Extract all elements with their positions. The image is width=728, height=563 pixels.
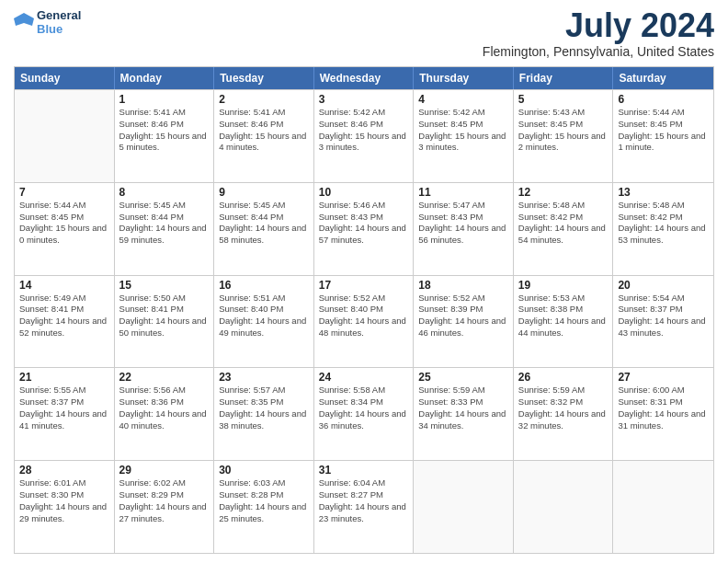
calendar-cell: 13Sunrise: 5:48 AM Sunset: 8:42 PM Dayli… <box>613 183 713 275</box>
day-info: Sunrise: 5:57 AM Sunset: 8:35 PM Dayligh… <box>219 385 309 431</box>
day-info: Sunrise: 5:48 AM Sunset: 8:42 PM Dayligh… <box>618 200 709 247</box>
day-info: Sunrise: 5:44 AM Sunset: 8:45 PM Dayligh… <box>618 107 709 154</box>
day-number: 21 <box>19 371 109 384</box>
day-number: 22 <box>119 371 210 384</box>
calendar-cell: 24Sunrise: 5:58 AM Sunset: 8:34 PM Dayli… <box>314 368 415 460</box>
calendar-cell: 16Sunrise: 5:51 AM Sunset: 8:40 PM Dayli… <box>214 276 314 368</box>
day-number: 29 <box>119 464 210 477</box>
day-info: Sunrise: 5:41 AM Sunset: 8:46 PM Dayligh… <box>119 107 210 154</box>
calendar-cell: 30Sunrise: 6:03 AM Sunset: 8:28 PM Dayli… <box>214 461 314 553</box>
calendar-cell <box>414 461 514 553</box>
day-number: 20 <box>618 279 709 292</box>
calendar-cell: 19Sunrise: 5:53 AM Sunset: 8:38 PM Dayli… <box>514 276 614 368</box>
day-info: Sunrise: 5:52 AM Sunset: 8:40 PM Dayligh… <box>319 293 409 339</box>
day-number: 24 <box>319 371 409 384</box>
day-number: 3 <box>319 93 409 106</box>
header-day-monday: Monday <box>115 67 215 89</box>
calendar-cell: 4Sunrise: 5:42 AM Sunset: 8:45 PM Daylig… <box>414 90 514 182</box>
day-number: 25 <box>418 371 508 384</box>
calendar: SundayMondayTuesdayWednesdayThursdayFrid… <box>14 66 714 554</box>
calendar-cell <box>613 461 713 553</box>
day-info: Sunrise: 6:01 AM Sunset: 8:30 PM Dayligh… <box>19 477 109 524</box>
day-number: 6 <box>618 93 709 106</box>
logo-blue: Blue <box>37 23 81 37</box>
calendar-cell: 1Sunrise: 5:41 AM Sunset: 8:46 PM Daylig… <box>115 90 215 182</box>
day-info: Sunrise: 6:04 AM Sunset: 8:27 PM Dayligh… <box>319 477 409 524</box>
location: Flemington, Pennsylvania, United States <box>483 44 714 59</box>
day-number: 15 <box>119 279 210 292</box>
day-info: Sunrise: 5:45 AM Sunset: 8:44 PM Dayligh… <box>219 200 309 247</box>
calendar-cell <box>514 461 614 553</box>
day-number: 26 <box>518 371 609 384</box>
day-info: Sunrise: 5:52 AM Sunset: 8:39 PM Dayligh… <box>418 293 508 339</box>
header-day-saturday: Saturday <box>613 67 713 89</box>
day-info: Sunrise: 5:42 AM Sunset: 8:45 PM Dayligh… <box>418 107 508 154</box>
calendar-cell: 22Sunrise: 5:56 AM Sunset: 8:36 PM Dayli… <box>115 368 215 460</box>
calendar-row-4: 21Sunrise: 5:55 AM Sunset: 8:37 PM Dayli… <box>15 367 713 460</box>
svg-marker-0 <box>14 13 34 26</box>
logo-bird-icon <box>14 11 34 35</box>
calendar-row-3: 14Sunrise: 5:49 AM Sunset: 8:41 PM Dayli… <box>15 275 713 368</box>
calendar-cell: 11Sunrise: 5:47 AM Sunset: 8:43 PM Dayli… <box>414 183 514 275</box>
header-day-thursday: Thursday <box>414 67 514 89</box>
logo: General Blue <box>14 9 81 37</box>
day-info: Sunrise: 5:59 AM Sunset: 8:33 PM Dayligh… <box>418 385 508 431</box>
day-number: 8 <box>119 186 210 199</box>
header-day-tuesday: Tuesday <box>214 67 314 89</box>
day-number: 10 <box>319 186 409 199</box>
calendar-body: 1Sunrise: 5:41 AM Sunset: 8:46 PM Daylig… <box>15 89 713 553</box>
day-number: 9 <box>219 186 309 199</box>
day-info: Sunrise: 5:49 AM Sunset: 8:41 PM Dayligh… <box>19 293 109 339</box>
day-info: Sunrise: 5:55 AM Sunset: 8:37 PM Dayligh… <box>19 385 109 431</box>
day-info: Sunrise: 6:03 AM Sunset: 8:28 PM Dayligh… <box>219 477 309 524</box>
calendar-row-2: 7Sunrise: 5:44 AM Sunset: 8:45 PM Daylig… <box>15 182 713 275</box>
header-day-sunday: Sunday <box>15 67 115 89</box>
day-number: 31 <box>319 464 409 477</box>
calendar-cell: 20Sunrise: 5:54 AM Sunset: 8:37 PM Dayli… <box>613 276 713 368</box>
calendar-cell: 6Sunrise: 5:44 AM Sunset: 8:45 PM Daylig… <box>613 90 713 182</box>
calendar-cell <box>15 90 115 182</box>
calendar-cell: 12Sunrise: 5:48 AM Sunset: 8:42 PM Dayli… <box>514 183 614 275</box>
day-info: Sunrise: 5:50 AM Sunset: 8:41 PM Dayligh… <box>119 293 210 339</box>
calendar-cell: 26Sunrise: 5:59 AM Sunset: 8:32 PM Dayli… <box>514 368 614 460</box>
calendar-row-1: 1Sunrise: 5:41 AM Sunset: 8:46 PM Daylig… <box>15 89 713 182</box>
calendar-cell: 21Sunrise: 5:55 AM Sunset: 8:37 PM Dayli… <box>15 368 115 460</box>
day-info: Sunrise: 6:02 AM Sunset: 8:29 PM Dayligh… <box>119 477 210 524</box>
day-info: Sunrise: 5:58 AM Sunset: 8:34 PM Dayligh… <box>319 385 409 431</box>
day-number: 5 <box>518 93 609 106</box>
calendar-cell: 9Sunrise: 5:45 AM Sunset: 8:44 PM Daylig… <box>214 183 314 275</box>
calendar-cell: 17Sunrise: 5:52 AM Sunset: 8:40 PM Dayli… <box>314 276 415 368</box>
calendar-cell: 28Sunrise: 6:01 AM Sunset: 8:30 PM Dayli… <box>15 461 115 553</box>
day-number: 11 <box>418 186 508 199</box>
day-info: Sunrise: 5:47 AM Sunset: 8:43 PM Dayligh… <box>418 200 508 247</box>
calendar-cell: 7Sunrise: 5:44 AM Sunset: 8:45 PM Daylig… <box>15 183 115 275</box>
day-number: 30 <box>219 464 309 477</box>
day-number: 19 <box>518 279 609 292</box>
calendar-cell: 10Sunrise: 5:46 AM Sunset: 8:43 PM Dayli… <box>314 183 415 275</box>
day-info: Sunrise: 5:46 AM Sunset: 8:43 PM Dayligh… <box>319 200 409 247</box>
day-info: Sunrise: 5:42 AM Sunset: 8:46 PM Dayligh… <box>319 107 409 154</box>
logo-container: General Blue <box>14 9 81 37</box>
calendar-cell: 15Sunrise: 5:50 AM Sunset: 8:41 PM Dayli… <box>115 276 215 368</box>
calendar-cell: 27Sunrise: 6:00 AM Sunset: 8:31 PM Dayli… <box>613 368 713 460</box>
day-info: Sunrise: 5:56 AM Sunset: 8:36 PM Dayligh… <box>119 385 210 431</box>
calendar-row-5: 28Sunrise: 6:01 AM Sunset: 8:30 PM Dayli… <box>15 460 713 553</box>
calendar-cell: 23Sunrise: 5:57 AM Sunset: 8:35 PM Dayli… <box>214 368 314 460</box>
title-section: July 2024 Flemington, Pennsylvania, Unit… <box>483 9 714 59</box>
calendar-cell: 14Sunrise: 5:49 AM Sunset: 8:41 PM Dayli… <box>15 276 115 368</box>
day-number: 13 <box>618 186 709 199</box>
calendar-cell: 3Sunrise: 5:42 AM Sunset: 8:46 PM Daylig… <box>314 90 415 182</box>
day-info: Sunrise: 5:51 AM Sunset: 8:40 PM Dayligh… <box>219 293 309 339</box>
calendar-cell: 25Sunrise: 5:59 AM Sunset: 8:33 PM Dayli… <box>414 368 514 460</box>
header-day-wednesday: Wednesday <box>314 67 415 89</box>
day-info: Sunrise: 6:00 AM Sunset: 8:31 PM Dayligh… <box>618 385 709 431</box>
day-number: 16 <box>219 279 309 292</box>
page-header: General Blue July 2024 Flemington, Penns… <box>14 9 714 59</box>
calendar-cell: 5Sunrise: 5:43 AM Sunset: 8:45 PM Daylig… <box>514 90 614 182</box>
day-number: 1 <box>119 93 210 106</box>
day-number: 7 <box>19 186 109 199</box>
day-info: Sunrise: 5:44 AM Sunset: 8:45 PM Dayligh… <box>19 200 109 247</box>
calendar-cell: 18Sunrise: 5:52 AM Sunset: 8:39 PM Dayli… <box>414 276 514 368</box>
day-info: Sunrise: 5:54 AM Sunset: 8:37 PM Dayligh… <box>618 293 709 339</box>
logo-general: General <box>37 9 81 23</box>
